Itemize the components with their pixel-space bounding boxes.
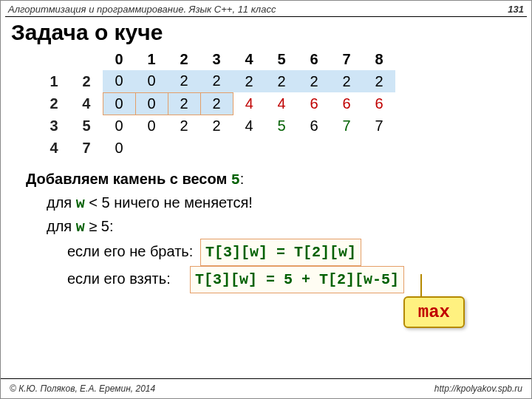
line-3: для w ≥ 5: bbox=[26, 215, 516, 239]
course-title: Алгоритмизация и программирование. Язык … bbox=[8, 4, 276, 15]
line-1: Добавляем камень с весом 5: bbox=[26, 168, 516, 191]
table-row: 1 2 0 0 2 2 2 2 2 2 2 bbox=[38, 70, 395, 92]
line-5: если его взять: T[3][w] = 5 + T[2][w-5] bbox=[26, 266, 516, 293]
content: 0 1 2 3 4 5 6 7 8 1 2 0 0 2 2 2 2 2 2 2 … bbox=[1, 48, 531, 293]
table-row: 2 4 0 0 2 2 4 4 6 6 6 bbox=[38, 92, 395, 115]
table-row: 0 1 2 3 4 5 6 7 8 bbox=[38, 48, 395, 70]
footer: © К.Ю. Поляков, Е.А. Еремин, 2014 http:/… bbox=[1, 378, 531, 398]
copyright: © К.Ю. Поляков, Е.А. Еремин, 2014 bbox=[10, 383, 155, 394]
max-callout: max bbox=[403, 296, 465, 328]
footer-url: http://kpolyakov.spb.ru bbox=[434, 383, 522, 394]
explanation: Добавляем камень с весом 5: для w < 5 ни… bbox=[16, 159, 516, 293]
dp-table: 0 1 2 3 4 5 6 7 8 1 2 0 0 2 2 2 2 2 2 2 … bbox=[38, 48, 396, 159]
header: Алгоритмизация и программирование. Язык … bbox=[1, 1, 531, 16]
line-2: для w < 5 ничего не меняется! bbox=[26, 191, 516, 215]
table-row: 3 5 0 0 2 2 4 5 6 7 7 bbox=[38, 115, 395, 137]
header-rule bbox=[5, 16, 527, 17]
line-4: если его не брать: T[3][w] = T[2][w] bbox=[26, 239, 516, 266]
page-title: Задача о куче bbox=[1, 20, 531, 48]
table-row: 4 7 0 bbox=[38, 137, 395, 159]
page-number: 131 bbox=[508, 4, 524, 15]
callout-connector bbox=[420, 274, 422, 298]
